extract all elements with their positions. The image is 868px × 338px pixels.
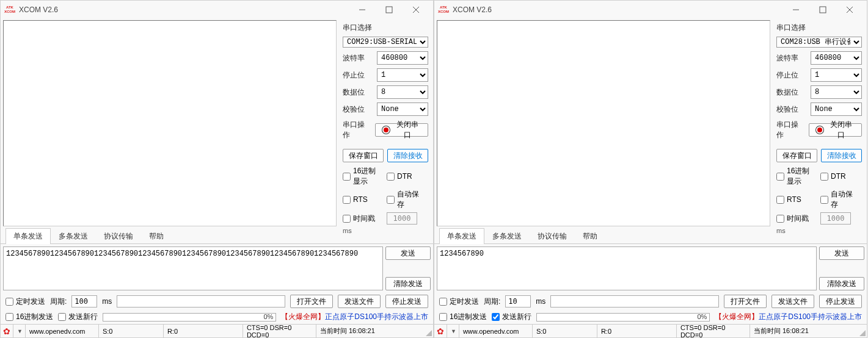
port-section-label: 串口选择 [343, 23, 428, 33]
dropdown-caret-icon[interactable]: ▼ [13, 325, 26, 337]
tab-single-send[interactable]: 单条发送 [5, 228, 51, 244]
timestamp-checkbox[interactable]: 时间戳 [343, 212, 382, 225]
progress-bar: 0% [103, 313, 276, 322]
record-icon [815, 126, 823, 134]
timestamp-checkbox[interactable]: 时间戳 [776, 212, 815, 225]
databit-select[interactable]: 8 [811, 85, 862, 99]
period-unit: ms [102, 297, 112, 306]
tab-help[interactable]: 帮助 [575, 228, 605, 244]
stopbit-select[interactable]: 1 [377, 68, 428, 82]
file-path-input[interactable] [550, 295, 719, 307]
send-file-button[interactable]: 发送文件 [338, 295, 381, 308]
rts-checkbox[interactable]: RTS [776, 189, 815, 210]
save-window-button[interactable]: 保存窗口 [776, 149, 817, 162]
period-input[interactable] [505, 295, 531, 307]
send-textarea[interactable]: 1234567890 [437, 246, 817, 290]
stop-send-button[interactable]: 停止发送 [385, 295, 428, 308]
baud-label: 波特率 [343, 53, 373, 63]
file-path-input[interactable] [117, 295, 285, 307]
maximize-button[interactable] [809, 1, 836, 18]
dtr-checkbox[interactable]: DTR [387, 166, 426, 187]
clear-receive-button[interactable]: 清除接收 [821, 149, 862, 162]
autosave-checkbox[interactable]: 自动保存 [820, 189, 859, 210]
send-textarea[interactable]: 1234567890123456789012345678901234567890… [3, 246, 383, 290]
baud-select[interactable]: 460800 [377, 51, 428, 65]
clear-send-button[interactable]: 清除发送 [385, 277, 431, 290]
titlebar[interactable]: ATKXCOM XCOM V2.6 [434, 1, 867, 19]
timed-send-checkbox[interactable]: 定时发送 [439, 297, 479, 307]
send-file-button[interactable]: 发送文件 [771, 295, 814, 308]
status-received: R:0 [164, 325, 243, 337]
port-section-label: 串口选择 [776, 23, 862, 33]
port-op-label: 串口操作 [343, 120, 371, 140]
send-tabs: 单条发送 多条发送 协议传输 帮助 [1, 228, 433, 244]
databit-select[interactable]: 8 [377, 85, 428, 99]
open-file-button[interactable]: 打开文件 [290, 295, 333, 308]
ad-link[interactable]: 【火爆全网】正点原子DS100手持示波器上市 [281, 312, 428, 322]
period-input[interactable] [71, 295, 97, 307]
send-newline-checkbox[interactable]: 发送新行 [58, 312, 98, 322]
timed-send-checkbox[interactable]: 定时发送 [5, 297, 45, 307]
clear-send-button[interactable]: 清除发送 [819, 277, 864, 290]
open-file-button[interactable]: 打开文件 [724, 295, 767, 308]
send-newline-checkbox[interactable]: 发送新行 [492, 312, 531, 322]
tab-multi-send[interactable]: 多条发送 [484, 228, 530, 244]
titlebar[interactable]: ATKXCOM XCOM V2.6 [1, 1, 433, 19]
tab-help[interactable]: 帮助 [141, 228, 172, 244]
port-select[interactable]: COM28:USB 串行设备 [776, 37, 862, 48]
svg-rect-1 [386, 7, 392, 13]
dropdown-caret-icon[interactable]: ▼ [447, 325, 459, 337]
tab-protocol[interactable]: 协议传输 [530, 228, 575, 244]
window-title: XCOM V2.6 [19, 5, 349, 14]
gear-icon[interactable]: ✿ [434, 325, 447, 337]
clear-receive-button[interactable]: 清除接收 [387, 149, 428, 162]
close-port-button[interactable]: 关闭串口 [375, 123, 428, 137]
stopbit-select[interactable]: 1 [811, 68, 862, 82]
status-signals: CTS=0 DSR=0 DCD=0 [677, 325, 750, 337]
window-title: XCOM V2.6 [453, 5, 782, 14]
hex-display-checkbox[interactable]: 16进制显示 [776, 166, 815, 187]
maximize-button[interactable] [376, 1, 403, 18]
rts-checkbox[interactable]: RTS [343, 189, 382, 210]
port-op-label: 串口操作 [776, 120, 805, 140]
baud-select[interactable]: 460800 [811, 51, 862, 65]
port-select[interactable]: COM29:USB-SERIAL CH34 [343, 37, 428, 48]
xcom-window-0: ATKXCOM XCOM V2.6 串口选择 COM29:USB-SERIAL … [0, 0, 434, 338]
stopbit-label: 停止位 [776, 70, 807, 81]
autosave-checkbox[interactable]: 自动保存 [387, 189, 426, 210]
progress-bar: 0% [536, 313, 710, 322]
send-button[interactable]: 发送 [819, 246, 864, 260]
timestamp-interval[interactable]: 1000 [820, 212, 851, 225]
hex-display-checkbox[interactable]: 16进制显示 [343, 166, 382, 187]
close-button[interactable] [403, 1, 429, 18]
status-bar: ✿ ▼ www.openedv.com S:0 R:0 CTS=0 DSR=0 … [1, 324, 433, 337]
minimize-button[interactable] [782, 1, 809, 18]
close-port-button[interactable]: 关闭串口 [809, 123, 862, 137]
period-unit: ms [536, 297, 545, 306]
dtr-checkbox[interactable]: DTR [820, 166, 859, 187]
parity-label: 校验位 [776, 104, 807, 115]
ad-link[interactable]: 【火爆全网】正点原子DS100手持示波器上市 [715, 312, 862, 322]
status-url[interactable]: www.openedv.com [459, 325, 533, 337]
stop-send-button[interactable]: 停止发送 [819, 295, 862, 308]
hex-send-checkbox[interactable]: 16进制发送 [439, 312, 487, 322]
status-sent: S:0 [533, 325, 597, 337]
hex-send-checkbox[interactable]: 16进制发送 [5, 312, 53, 322]
timestamp-interval[interactable]: 1000 [387, 212, 417, 225]
receive-terminal[interactable] [3, 20, 337, 226]
send-button[interactable]: 发送 [385, 246, 431, 260]
tab-single-send[interactable]: 单条发送 [439, 228, 484, 244]
save-window-button[interactable]: 保存窗口 [343, 149, 384, 162]
minimize-button[interactable] [349, 1, 376, 18]
resize-grip[interactable] [858, 329, 866, 336]
gear-icon[interactable]: ✿ [1, 325, 13, 337]
resize-grip[interactable] [425, 329, 432, 336]
status-url[interactable]: www.openedv.com [26, 325, 99, 337]
close-button[interactable] [836, 1, 863, 18]
parity-select[interactable]: None [811, 102, 862, 116]
parity-select[interactable]: None [377, 102, 428, 116]
tab-protocol[interactable]: 协议传输 [96, 228, 141, 244]
parity-label: 校验位 [343, 104, 373, 115]
receive-terminal[interactable] [437, 20, 770, 226]
tab-multi-send[interactable]: 多条发送 [51, 228, 96, 244]
